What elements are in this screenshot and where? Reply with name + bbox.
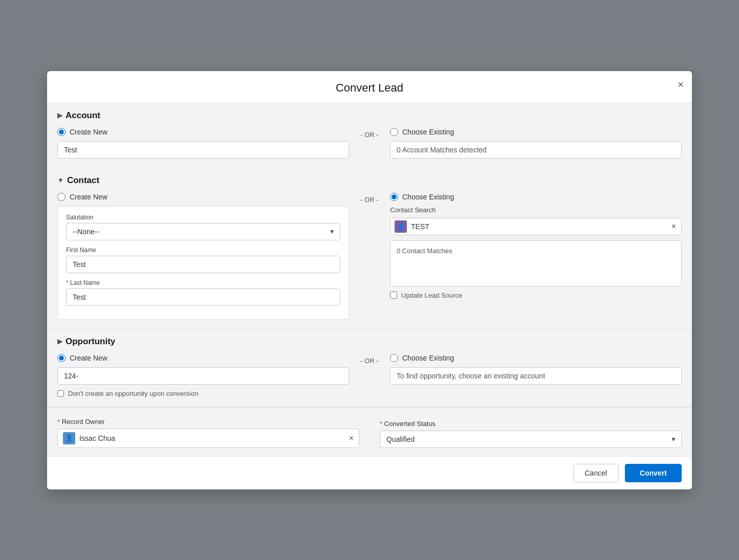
convert-lead-modal: Convert Lead × ▶ Account Create New — [47, 71, 692, 489]
opportunity-name-input[interactable] — [57, 367, 349, 385]
converted-status-label: Converted Status — [380, 420, 682, 428]
last-name-input[interactable] — [66, 288, 340, 306]
dont-create-row: Don't create an opportunity upon convers… — [57, 390, 349, 397]
salutation-select[interactable]: --None-- Mr. Ms. Mrs. Dr. Prof. — [66, 223, 340, 240]
dont-create-opportunity-checkbox[interactable] — [57, 390, 64, 397]
contact-right-col: Choose Existing Contact Search 👤 TEST × … — [390, 193, 682, 299]
account-left-col: Create New — [57, 128, 349, 159]
convert-button[interactable]: Convert — [625, 464, 682, 482]
owner-chip: 👤 Issac Chua × — [57, 429, 359, 448]
opportunity-left-col: Create New Don't create an opportunity u… — [57, 354, 349, 397]
last-name-field-group: Last Name — [66, 279, 340, 306]
account-matches-input[interactable] — [390, 141, 682, 159]
opportunity-section-toggle[interactable]: ▶ Opportunity — [57, 337, 115, 347]
contact-section-label: Contact — [67, 175, 99, 186]
salutation-label: Salutation — [66, 214, 340, 221]
contact-left-col: Create New Salutation --None-- Mr. Ms. — [57, 193, 349, 320]
converted-status-select[interactable]: Qualified Converted Working — [380, 431, 682, 448]
opportunity-chevron-icon: ▶ — [57, 338, 62, 345]
contact-chevron-icon: ▼ — [57, 176, 64, 184]
account-right-col: Choose Existing — [390, 128, 682, 159]
contact-section-toggle[interactable]: ▼ Contact — [57, 175, 99, 186]
contact-chip-clear-button[interactable]: × — [670, 222, 677, 231]
contact-chip-icon: 👤 — [395, 220, 407, 233]
owner-name-text: Issac Chua — [79, 434, 345, 442]
contact-search-label: Contact Search — [390, 206, 682, 214]
account-section-label: Account — [66, 110, 100, 121]
converted-status-col: Converted Status Qualified Converted Wor… — [380, 420, 682, 448]
account-choose-existing-radio[interactable] — [390, 128, 398, 136]
opportunity-create-new-label: Create New — [70, 354, 107, 362]
account-create-new-label: Create New — [70, 128, 107, 136]
contact-section-header: ▼ Contact — [47, 168, 692, 186]
modal-title: Convert Lead — [336, 81, 403, 94]
salutation-field-group: Salutation --None-- Mr. Ms. Mrs. Dr. Pro… — [66, 214, 340, 240]
dont-create-label: Don't create an opportunity upon convers… — [68, 390, 199, 397]
opportunity-create-new-radio[interactable] — [57, 354, 66, 362]
contact-create-new-row: Create New — [57, 193, 349, 201]
opportunity-find-input[interactable] — [390, 367, 682, 385]
opportunity-section-body: Create New Don't create an opportunity u… — [47, 347, 692, 407]
account-name-input[interactable] — [57, 141, 349, 159]
opportunity-right-col: Choose Existing — [390, 354, 682, 385]
account-create-new-radio[interactable] — [57, 128, 66, 136]
account-choose-existing-row: Choose Existing — [390, 128, 682, 136]
contact-section: ▼ Contact Create New Salutation — [47, 168, 692, 329]
contact-matches-text: 0 Contact Matches — [397, 247, 452, 255]
salutation-select-wrap: --None-- Mr. Ms. Mrs. Dr. Prof. ▼ — [66, 223, 340, 240]
opportunity-or-divider: - OR - — [349, 354, 390, 365]
update-lead-source-row: Update Lead Source — [390, 292, 682, 299]
last-name-label: Last Name — [66, 279, 340, 286]
account-create-new-row: Create New — [57, 128, 349, 136]
first-name-field-group: First Name — [66, 247, 340, 273]
contact-or-divider: - OR - — [349, 193, 390, 204]
contact-create-new-radio[interactable] — [57, 193, 66, 201]
contact-form: Salutation --None-- Mr. Ms. Mrs. Dr. Pro… — [57, 206, 349, 320]
modal-overlay: Convert Lead × ▶ Account Create New — [0, 0, 739, 560]
account-section-toggle[interactable]: ▶ Account — [57, 110, 100, 121]
first-name-label: First Name — [66, 247, 340, 254]
record-owner-label: Record Owner — [57, 418, 359, 425]
opportunity-choose-existing-label: Choose Existing — [402, 354, 454, 362]
modal-header: Convert Lead × — [47, 71, 692, 103]
contact-matches-box: 0 Contact Matches — [390, 240, 682, 286]
contact-choose-existing-label: Choose Existing — [402, 193, 454, 201]
first-name-input[interactable] — [66, 256, 340, 273]
contact-choose-existing-radio[interactable] — [390, 193, 398, 201]
contact-chip-text: TEST — [411, 222, 666, 231]
contact-create-new-label: Create New — [70, 193, 107, 201]
account-section-header: ▶ Account — [47, 103, 692, 121]
account-section: ▶ Account Create New - OR - — [47, 103, 692, 168]
close-button[interactable]: × — [678, 79, 684, 89]
account-section-body: Create New - OR - Choose Existing — [47, 121, 692, 168]
account-chevron-icon: ▶ — [57, 111, 62, 119]
opportunity-choose-existing-radio[interactable] — [390, 354, 398, 362]
update-lead-source-checkbox[interactable] — [390, 292, 397, 299]
modal-body: ▶ Account Create New - OR - — [47, 103, 692, 456]
contact-section-body: Create New Salutation --None-- Mr. Ms. — [47, 186, 692, 329]
cancel-button[interactable]: Cancel — [573, 464, 619, 482]
opportunity-create-new-row: Create New — [57, 354, 349, 362]
update-lead-source-label: Update Lead Source — [401, 292, 462, 299]
contact-choose-existing-row: Choose Existing — [390, 193, 682, 201]
contact-search-chip: 👤 TEST × — [390, 218, 682, 235]
bottom-section: Record Owner 👤 Issac Chua × Converted St… — [47, 407, 692, 456]
owner-icon: 👤 — [63, 432, 75, 444]
opportunity-section-label: Opportunity — [66, 337, 115, 347]
account-or-divider: - OR - — [349, 128, 390, 139]
opportunity-choose-existing-row: Choose Existing — [390, 354, 682, 362]
opportunity-section-header: ▶ Opportunity — [47, 329, 692, 347]
account-choose-existing-label: Choose Existing — [402, 128, 454, 136]
opportunity-section: ▶ Opportunity Create New Don't create — [47, 329, 692, 407]
modal-footer: Cancel Convert — [47, 456, 692, 489]
status-select-wrap: Qualified Converted Working ▼ — [380, 431, 682, 448]
record-owner-col: Record Owner 👤 Issac Chua × — [57, 418, 359, 448]
owner-clear-button[interactable]: × — [349, 434, 354, 443]
